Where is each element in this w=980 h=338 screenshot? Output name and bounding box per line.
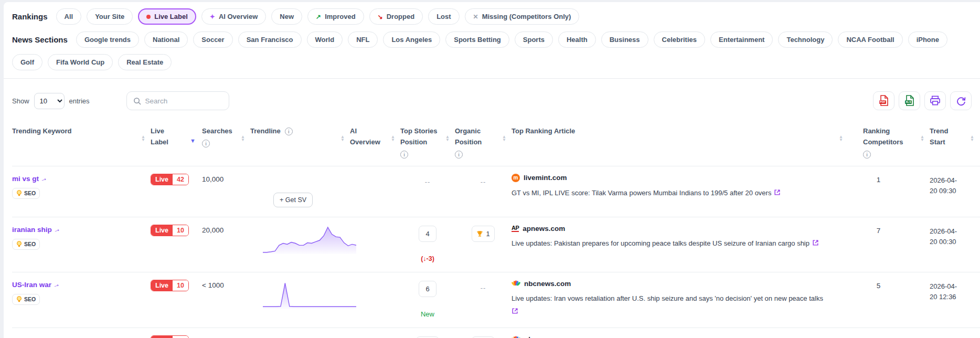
- keyword-link[interactable]: Iranian vessel seizure→: [12, 336, 93, 338]
- article-link[interactable]: Live updates: Iran vows retaliation afte…: [512, 294, 823, 302]
- searches-value: < 1000: [202, 280, 250, 318]
- rankings-title: Rankings: [12, 12, 48, 21]
- external-link-icon[interactable]: [812, 239, 819, 249]
- keyword-link[interactable]: US-Iran war→: [12, 281, 60, 289]
- bulb-icon: [16, 190, 22, 197]
- filter-missing[interactable]: ✕ Missing (Competitors Only): [465, 8, 580, 25]
- section-iphone[interactable]: iPhone: [908, 31, 947, 48]
- searches-value: 20,000: [202, 225, 250, 262]
- article-link[interactable]: Live updates: Pakistan prepares for upco…: [512, 239, 809, 247]
- searches-value: < 1000: [202, 335, 250, 338]
- show-label: Show: [12, 97, 29, 105]
- domain-link[interactable]: apnews.com: [523, 225, 565, 233]
- table-header: Trending Keyword ▲▼ LiveLabel ▼ Searches…: [12, 125, 980, 166]
- trend-start-value: 2026-04-20 09:50: [930, 335, 964, 338]
- section-san-francisco[interactable]: San Francisco: [238, 31, 302, 48]
- ai-overview-cell: [350, 335, 400, 338]
- sort-organic[interactable]: ▲▼: [502, 135, 506, 142]
- article-link[interactable]: GT vs MI, IPL LIVE score: Tilak Varma po…: [512, 189, 771, 197]
- position-new-tag: New: [421, 310, 434, 318]
- section-soccer[interactable]: Soccer: [193, 31, 232, 48]
- sort-ai-overview[interactable]: ▲▼: [391, 135, 395, 142]
- export-excel-button[interactable]: XLS: [899, 91, 920, 110]
- sort-trend-start[interactable]: ▲▼: [970, 135, 974, 142]
- export-pdf-button[interactable]: PDF: [873, 91, 894, 110]
- search-icon: [133, 97, 141, 105]
- searches-info-icon[interactable]: i: [202, 140, 210, 147]
- searches-value: 10,000: [202, 174, 250, 207]
- sort-trending-keyword[interactable]: ▲▼: [141, 135, 145, 142]
- table-controls: Show 10 entries PDF XLS: [12, 91, 980, 110]
- section-world[interactable]: World: [307, 31, 343, 48]
- refresh-button[interactable]: [950, 91, 972, 110]
- news-sections-title: News Sections: [12, 35, 68, 44]
- filter-new[interactable]: New: [271, 8, 302, 25]
- trendline-info-icon[interactable]: i: [285, 128, 293, 135]
- section-entertainment[interactable]: Entertainment: [710, 31, 773, 48]
- keyword-arrow-icon: →: [51, 280, 61, 290]
- keyword-link[interactable]: iranian ship→: [12, 226, 60, 234]
- section-golf[interactable]: Golf: [12, 54, 42, 70]
- ai-overview-cell: [350, 225, 400, 262]
- sparkle-icon: ✦: [210, 14, 215, 20]
- organic-position: 1: [472, 226, 494, 242]
- domain-link[interactable]: nbcnews.com: [524, 335, 571, 338]
- section-celebrities[interactable]: Celebrities: [654, 31, 705, 48]
- col-trendline: Trendlinei ▲▼: [250, 125, 350, 159]
- filter-lost[interactable]: Lost: [428, 8, 459, 25]
- section-ncaa-football[interactable]: NCAA Football: [838, 31, 902, 48]
- keyword-link[interactable]: mi vs gt→: [12, 175, 47, 183]
- domain-link[interactable]: livemint.com: [524, 174, 567, 182]
- table-row: Iranian vessel seizure→ SEO Live10 < 100…: [12, 328, 980, 338]
- section-fifa-world-cup[interactable]: Fifa World Cup: [48, 54, 113, 70]
- filter-all[interactable]: All: [56, 8, 82, 25]
- get-search-volume-button[interactable]: + Get SV: [273, 193, 313, 207]
- seo-badge: SEO: [12, 239, 40, 250]
- live-badge: Live42: [151, 174, 189, 185]
- sort-live-label-active[interactable]: ▼: [190, 136, 196, 146]
- section-sports[interactable]: Sports: [515, 31, 553, 48]
- section-business[interactable]: Business: [601, 31, 648, 48]
- filter-your-site[interactable]: Your Site: [87, 8, 133, 25]
- pdf-file-icon: PDF: [879, 95, 889, 107]
- section-technology[interactable]: Technology: [778, 31, 833, 48]
- section-health[interactable]: Health: [558, 31, 596, 48]
- section-los-angeles[interactable]: Los Angeles: [383, 31, 440, 48]
- keyword-arrow-icon: →: [52, 225, 61, 235]
- col-organic: OrganicPositioni ▲▼: [455, 125, 512, 159]
- top-stories-info-icon[interactable]: i: [400, 151, 408, 159]
- sort-competitors[interactable]: ▲▼: [920, 135, 924, 142]
- sort-searches[interactable]: ▲▼: [241, 135, 245, 142]
- external-link-icon[interactable]: [512, 307, 833, 318]
- nbcnews-favicon: [512, 335, 520, 338]
- xls-file-icon: XLS: [904, 95, 915, 107]
- top-stories-position: --: [425, 175, 431, 186]
- sort-trendline[interactable]: ▲▼: [340, 135, 345, 142]
- filter-improved[interactable]: ↗ Improved: [307, 8, 364, 25]
- organic-position: --: [481, 175, 486, 186]
- page-size-select[interactable]: 10: [34, 93, 65, 109]
- print-button[interactable]: [924, 91, 946, 110]
- divider: [4, 78, 980, 79]
- col-trending-keyword: Trending Keyword ▲▼: [12, 125, 151, 159]
- external-link-icon[interactable]: [774, 188, 781, 199]
- sort-top-stories[interactable]: ▲▼: [445, 135, 450, 142]
- nbcnews-favicon: [512, 280, 520, 287]
- competitors-info-icon[interactable]: i: [863, 151, 871, 159]
- section-national[interactable]: National: [144, 31, 188, 48]
- section-nfl[interactable]: NFL: [348, 31, 378, 48]
- news-sections-bar: News Sections Google trends National Soc…: [12, 31, 980, 70]
- section-real-estate[interactable]: Real Estate: [118, 54, 172, 70]
- ranking-competitors-value: 7: [848, 225, 930, 262]
- section-google-trends[interactable]: Google trends: [76, 31, 139, 48]
- filter-live-label[interactable]: Live Label: [138, 8, 196, 25]
- table-row: US-Iran war→ SEO Live10 < 1000 6 New --: [12, 272, 980, 328]
- search-input[interactable]: [145, 97, 219, 105]
- domain-link[interactable]: nbcnews.com: [524, 280, 571, 288]
- organic-info-icon[interactable]: i: [455, 151, 463, 159]
- search-box[interactable]: [126, 91, 229, 110]
- filter-ai-overview[interactable]: ✦ AI Overview: [201, 8, 267, 25]
- filter-dropped[interactable]: ↘ Dropped: [369, 8, 423, 25]
- section-sports-betting[interactable]: Sports Betting: [445, 31, 509, 48]
- sort-article[interactable]: ▲▼: [839, 135, 843, 142]
